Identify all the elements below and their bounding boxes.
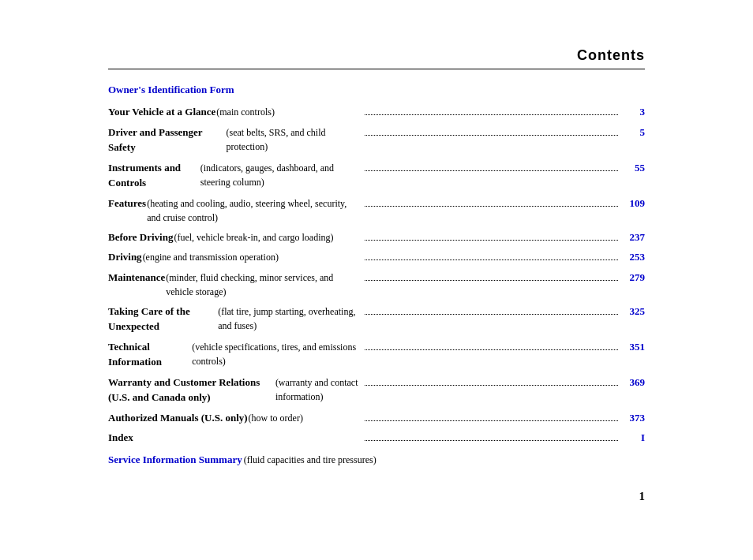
- toc-dots-your-vehicle: [365, 114, 618, 115]
- toc-title-driver-passenger: Driver and Passenger Safety: [108, 125, 226, 155]
- toc-subtitle-your-vehicle: (main controls): [216, 105, 275, 119]
- toc-dots-before-driving: [365, 240, 618, 241]
- toc-subtitle-taking-care: (flat tire, jump starting, overheating, …: [218, 304, 362, 333]
- toc-title-your-vehicle: Your Vehicle at a Glance: [108, 104, 215, 120]
- toc-title-taking-care: Taking Care of the Unexpected: [108, 304, 217, 334]
- toc-dots-driver-passenger: [365, 135, 618, 136]
- toc-dots-instruments-controls: [365, 170, 618, 171]
- toc-list: Your Vehicle at a Glance (main controls)…: [108, 104, 645, 446]
- toc-page-driving[interactable]: 253: [621, 249, 645, 265]
- toc-page-before-driving[interactable]: 237: [621, 230, 645, 245]
- owners-id-link[interactable]: Owner's Identification Form: [108, 84, 645, 96]
- toc-subtitle-instruments-controls: (indicators, gauges, dashboard, and stee…: [200, 161, 362, 189]
- toc-dots-maintenance: [365, 280, 618, 281]
- toc-dots-technical-info: [365, 349, 618, 350]
- toc-page-warranty[interactable]: 369: [621, 375, 645, 390]
- toc-title-index: Index: [108, 430, 133, 446]
- toc-dots-warranty: [365, 385, 618, 386]
- toc-entry-authorized-manuals: Authorized Manuals (U.S. only) (how to o…: [108, 410, 645, 426]
- toc-entry-instruments-controls: Instruments and Controls (indicators, ga…: [108, 160, 645, 191]
- service-info-title[interactable]: Service Information Summary: [108, 454, 242, 466]
- page-container: Contents Owner's Identification Form You…: [108, 0, 645, 503]
- toc-dots-features: [365, 206, 618, 207]
- header-divider: [108, 69, 645, 69]
- toc-dots-index: [365, 440, 618, 441]
- toc-entry-driver-passenger: Driver and Passenger Safety (seat belts,…: [108, 125, 645, 155]
- toc-subtitle-before-driving: (fuel, vehicle break-in, and cargo loadi…: [174, 230, 333, 245]
- toc-entry-your-vehicle: Your Vehicle at a Glance (main controls)…: [108, 104, 645, 120]
- toc-entry-features: Features (heating and cooling, audio, st…: [108, 196, 645, 225]
- toc-title-before-driving: Before Driving: [108, 230, 173, 245]
- toc-entry-taking-care: Taking Care of the Unexpected (flat tire…: [108, 304, 645, 334]
- toc-subtitle-driver-passenger: (seat belts, SRS, and child protection): [227, 125, 362, 154]
- page-title: Contents: [108, 47, 645, 64]
- toc-subtitle-features: (heating and cooling, audio, steering wh…: [147, 196, 362, 225]
- toc-title-technical-info: Technical Information: [108, 339, 191, 370]
- toc-entry-driving: Driving (engine and transmission operati…: [108, 249, 645, 265]
- toc-page-instruments-controls[interactable]: 55: [621, 160, 645, 176]
- toc-subtitle-driving: (engine and transmission operation): [143, 250, 279, 264]
- service-info-subtitle: (fluid capacities and tire pressures): [244, 454, 376, 466]
- toc-page-taking-care[interactable]: 325: [621, 304, 645, 319]
- toc-page-index[interactable]: I: [621, 430, 645, 446]
- toc-page-technical-info[interactable]: 351: [621, 339, 645, 355]
- toc-title-authorized-manuals: Authorized Manuals (U.S. only): [108, 410, 248, 426]
- page-number: 1: [108, 490, 645, 503]
- toc-title-driving: Driving: [108, 249, 142, 265]
- toc-title-features: Features: [108, 196, 146, 211]
- service-info-line: Service Information Summary (fluid capac…: [108, 454, 645, 466]
- toc-dots-driving: [365, 259, 618, 260]
- toc-subtitle-technical-info: (vehicle specifications, tires, and emis…: [192, 340, 362, 368]
- toc-page-authorized-manuals[interactable]: 373: [621, 410, 645, 426]
- toc-page-features[interactable]: 109: [621, 196, 645, 211]
- toc-page-your-vehicle[interactable]: 3: [621, 104, 645, 120]
- toc-entry-maintenance: Maintenance (minder, fluid checking, min…: [108, 270, 645, 299]
- toc-subtitle-authorized-manuals: (how to order): [249, 411, 303, 425]
- toc-dots-authorized-manuals: [365, 420, 618, 421]
- toc-entry-before-driving: Before Driving (fuel, vehicle break-in, …: [108, 230, 645, 245]
- toc-page-maintenance[interactable]: 279: [621, 270, 645, 286]
- toc-page-driver-passenger[interactable]: 5: [621, 125, 645, 140]
- toc-dots-taking-care: [365, 314, 618, 315]
- toc-title-warranty: Warranty and Customer Relations (U.S. an…: [108, 375, 275, 405]
- toc-title-maintenance: Maintenance: [108, 270, 165, 286]
- toc-entry-technical-info: Technical Information (vehicle specifica…: [108, 339, 645, 370]
- toc-subtitle-warranty: (warranty and contact information): [275, 375, 362, 404]
- toc-entry-index: IndexI: [108, 430, 645, 446]
- toc-entry-warranty: Warranty and Customer Relations (U.S. an…: [108, 375, 645, 405]
- toc-subtitle-maintenance: (minder, fluid checking, minor services,…: [166, 271, 362, 299]
- toc-title-instruments-controls: Instruments and Controls: [108, 160, 200, 191]
